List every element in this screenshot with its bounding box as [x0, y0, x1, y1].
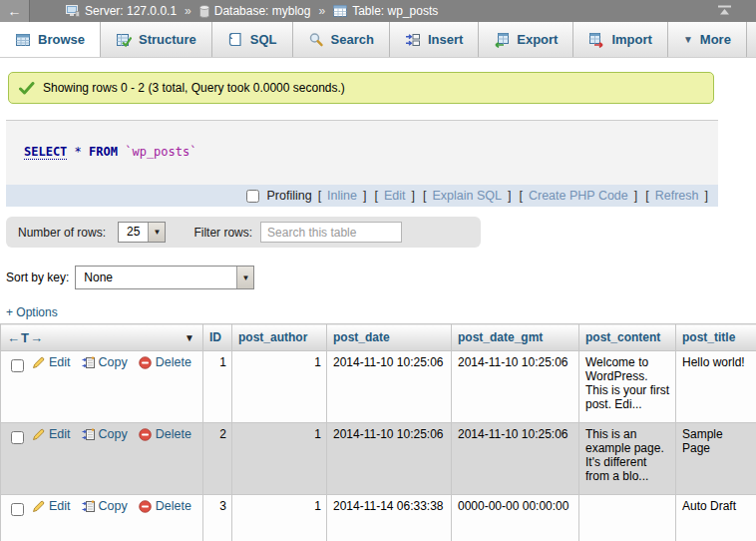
row-checkbox[interactable] — [11, 431, 24, 444]
back-button[interactable]: ← — [0, 0, 30, 22]
copy-link[interactable]: Copy — [99, 499, 128, 513]
cell-post-title: Auto Draft — [676, 495, 756, 541]
bracket: [ — [517, 189, 524, 203]
bracket: ] — [506, 189, 513, 203]
column-header-post-title[interactable]: post_title — [676, 324, 756, 351]
number-of-rows-value: 25 — [119, 223, 148, 242]
profiling-checkbox[interactable] — [246, 190, 259, 203]
delete-action[interactable]: Delete — [139, 355, 191, 369]
breadcrumb-database[interactable]: Database: myblog — [199, 4, 311, 18]
tab-more[interactable]: ▼ More — [668, 22, 747, 57]
bracket: ] — [410, 189, 417, 203]
options-toggle: + Options — [6, 305, 756, 319]
delete-link[interactable]: Delete — [156, 355, 191, 369]
tab-import-label: Import — [611, 32, 651, 47]
tab-browse-label: Browse — [38, 32, 85, 47]
delete-action[interactable]: Delete — [139, 499, 191, 513]
inline-link[interactable]: Inline — [327, 189, 357, 203]
row-actions: EditCopyDelete — [1, 351, 203, 423]
cell-post-author: 1 — [232, 423, 327, 495]
explain-sql-link[interactable]: Explain SQL — [432, 189, 501, 203]
tab-insert[interactable]: Insert — [390, 22, 479, 57]
column-header-post-content[interactable]: post_content — [579, 324, 676, 351]
column-header-post-date[interactable]: post_date — [327, 324, 452, 351]
refresh-link[interactable]: Refresh — [655, 189, 699, 203]
breadcrumb-bar: ← Server: 127.0.0.1 » Database: myblog »… — [0, 0, 756, 22]
tab-browse[interactable]: Browse — [0, 22, 101, 57]
tab-sql[interactable]: SQL — [212, 22, 293, 57]
create-php-code-link[interactable]: Create PHP Code — [529, 189, 628, 203]
edit-query-link[interactable]: Edit — [384, 189, 406, 203]
breadcrumb-database-label[interactable]: Database: myblog — [214, 4, 311, 18]
tab-export[interactable]: Export — [479, 22, 573, 57]
copy-link[interactable]: Copy — [99, 427, 128, 441]
bracket: ] — [632, 189, 639, 203]
row-checkbox[interactable] — [11, 359, 24, 372]
column-header-post-date-gmt[interactable]: post_date_gmt — [452, 324, 579, 351]
column-order-icon[interactable]: ←T→ — [7, 330, 44, 345]
column-header-id[interactable]: ID — [203, 324, 232, 351]
select-caret-icon: ▼ — [241, 273, 249, 282]
number-of-rows-label: Number of rows: — [18, 226, 106, 240]
edit-action[interactable]: Edit — [32, 427, 71, 441]
bracket: [ — [372, 189, 379, 203]
success-message: Showing rows 0 - 2 (3 total, Query took … — [8, 72, 714, 104]
cell-post-author: 1 — [232, 495, 327, 541]
copy-action[interactable]: Copy — [82, 499, 128, 513]
table-header-row: ←T→ ▼ ID post_author post_date post_date… — [1, 324, 756, 351]
cell-post-content: Welcome to WordPress. This is your first… — [579, 351, 676, 423]
sort-by-key-select[interactable]: None ▼ — [75, 266, 254, 289]
copy-link[interactable]: Copy — [99, 355, 128, 369]
tab-structure[interactable]: Structure — [101, 22, 212, 57]
sql-star: * — [75, 145, 82, 159]
cell-post-author: 1 — [232, 351, 327, 423]
copy-action[interactable]: Copy — [82, 427, 128, 441]
table-row: EditCopyDelete 2 1 2014-11-10 10:25:06 2… — [1, 423, 756, 495]
column-header-post-author[interactable]: post_author — [232, 324, 327, 351]
browse-controls: Number of rows: 25 ▼ Filter rows: — [6, 217, 481, 248]
edit-link[interactable]: Edit — [49, 427, 71, 441]
filter-rows-label: Filter rows: — [193, 226, 252, 240]
actions-column-header[interactable]: ←T→ ▼ — [1, 324, 203, 351]
delete-link[interactable]: Delete — [156, 499, 191, 513]
sort-desc-icon[interactable]: ▼ — [185, 332, 194, 343]
tab-more-label: More — [700, 32, 731, 47]
breadcrumb-separator: » — [182, 4, 194, 18]
breadcrumb-table-label[interactable]: Table: wp_posts — [352, 4, 438, 18]
bracket: ] — [703, 189, 710, 203]
row-checkbox[interactable] — [11, 503, 24, 516]
tab-sql-label: SQL — [250, 32, 277, 47]
cell-post-date-gmt: 2014-11-10 10:25:06 — [452, 351, 579, 423]
row-actions: EditCopyDelete — [1, 423, 203, 495]
delete-action[interactable]: Delete — [139, 427, 191, 441]
tab-import[interactable]: Import — [573, 22, 667, 57]
collapse-top-icon — [717, 5, 732, 16]
cell-id: 3 — [203, 495, 232, 541]
structure-icon — [116, 32, 132, 48]
options-link[interactable]: + Options — [6, 305, 58, 319]
collapse-navigation-button[interactable] — [717, 5, 732, 19]
sql-icon — [227, 32, 243, 48]
cell-post-content: This is an example page. It's different … — [579, 423, 676, 495]
breadcrumb-server[interactable]: Server: 127.0.0.1 — [66, 4, 177, 18]
cell-post-date: 2014-11-10 10:25:06 — [327, 423, 452, 495]
edit-action[interactable]: Edit — [32, 355, 71, 369]
browse-icon — [15, 32, 31, 48]
server-icon — [66, 5, 80, 17]
breadcrumb-server-label[interactable]: Server: 127.0.0.1 — [85, 4, 177, 18]
edit-link[interactable]: Edit — [49, 499, 71, 513]
number-of-rows-select[interactable]: 25 ▼ — [118, 222, 166, 243]
tab-search[interactable]: Search — [293, 22, 390, 57]
edit-link[interactable]: Edit — [49, 355, 71, 369]
profiling-label: Profiling — [266, 189, 311, 203]
copy-action[interactable]: Copy — [82, 355, 128, 369]
delete-link[interactable]: Delete — [156, 427, 191, 441]
breadcrumb-separator: » — [315, 4, 328, 18]
breadcrumb-table[interactable]: Table: wp_posts — [333, 4, 438, 18]
filter-rows-input[interactable] — [260, 222, 402, 243]
edit-action[interactable]: Edit — [32, 499, 71, 513]
success-message-text: Showing rows 0 - 2 (3 total, Query took … — [43, 81, 345, 95]
sql-table-identifier: `wp_posts` — [125, 145, 196, 159]
bracket: [ — [316, 189, 323, 203]
delete-icon — [139, 500, 152, 513]
